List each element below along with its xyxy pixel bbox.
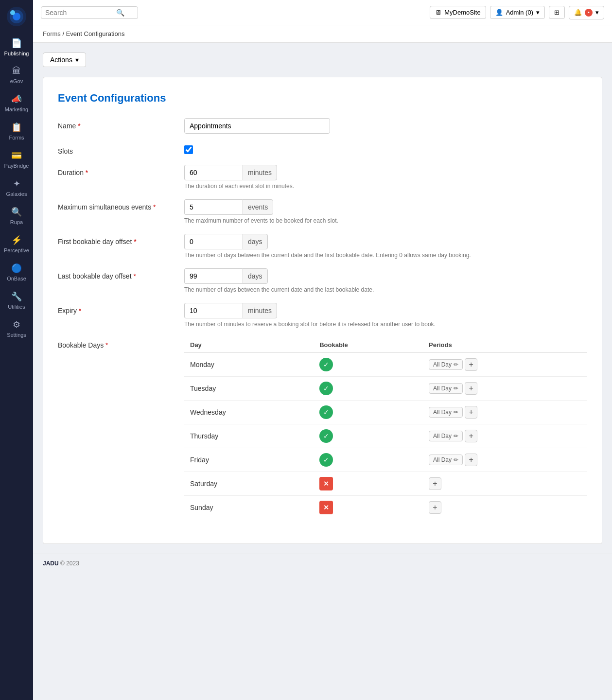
sidebar-item-onbase[interactable]: 🔵 OnBase (0, 258, 33, 286)
slots-row: Slots (58, 143, 587, 155)
first-offset-help: The number of days between the current d… (184, 252, 587, 259)
bookable-cell: ✕ (314, 472, 423, 496)
event-config-card: Event Configurations Name * Slots (43, 77, 602, 544)
bookable-cell: ✓ (314, 377, 423, 401)
sidebar-item-settings[interactable]: ⚙ Settings (0, 315, 33, 343)
grid-button[interactable]: ⊞ (549, 6, 565, 19)
sidebar-item-perceptive[interactable]: ⚡ Perceptive (0, 230, 33, 258)
name-label: Name * (58, 118, 184, 130)
bookable-x-icon[interactable]: ✕ (319, 477, 333, 490)
slots-label: Slots (58, 143, 184, 155)
period-tag: All Day ✏ (429, 407, 463, 418)
sidebar-item-marketing[interactable]: 📣 Marketing (0, 89, 33, 117)
bookable-check-icon[interactable]: ✓ (319, 405, 333, 419)
bookable-cell: ✓ (314, 401, 423, 424)
notifications-button[interactable]: 🔔 • ▾ (569, 6, 604, 19)
day-cell: Wednesday (184, 401, 314, 424)
table-row: Sunday✕ + (184, 496, 587, 520)
bookable-days-wrap: Day Bookable Periods Monday✓ All Day ✏ +… (184, 337, 587, 519)
first-offset-control: days The number of days between the curr… (184, 234, 587, 259)
last-offset-input[interactable] (184, 268, 243, 284)
max-events-control: events The maximum number of events to b… (184, 199, 587, 224)
site-icon: 🖥 (435, 9, 441, 16)
bookable-check-icon[interactable]: ✓ (319, 453, 333, 467)
search-input[interactable] (45, 9, 113, 17)
max-events-help: The maximum number of events to be booke… (184, 217, 587, 224)
duration-input[interactable] (184, 165, 243, 180)
periods-cell: + (423, 472, 587, 496)
table-row: Wednesday✓ All Day ✏ + (184, 401, 587, 424)
content-area: Actions ▾ Event Configurations Name * Sl… (33, 43, 612, 554)
col-bookable: Bookable (314, 337, 423, 353)
period-tag: All Day ✏ (429, 383, 463, 394)
last-offset-help: The number of days between the current d… (184, 286, 587, 293)
sidebar-item-forms[interactable]: 📋 Forms (0, 117, 33, 145)
svg-point-3 (10, 10, 15, 15)
col-periods: Periods (423, 337, 587, 353)
max-events-input[interactable] (184, 199, 243, 215)
first-offset-label: First bookable day offset * (58, 234, 184, 245)
bookable-x-icon[interactable]: ✕ (319, 501, 333, 514)
first-offset-row: First bookable day offset * days The num… (58, 234, 587, 259)
edit-period-icon[interactable]: ✏ (454, 409, 458, 416)
edit-period-icon[interactable]: ✏ (454, 385, 458, 392)
add-period-button[interactable]: + (429, 477, 441, 490)
max-events-unit: events (243, 199, 273, 215)
add-period-button[interactable]: + (465, 358, 477, 371)
grid-icon: ⊞ (554, 9, 560, 16)
first-offset-input[interactable] (184, 234, 243, 249)
sidebar: 📄 Publishing 🏛 eGov 📣 Marketing 📋 Forms … (0, 0, 33, 700)
slots-control (184, 143, 587, 154)
sidebar-item-publishing[interactable]: 📄 Publishing (0, 33, 33, 61)
actions-chevron-icon: ▾ (75, 56, 79, 64)
add-period-button[interactable]: + (465, 382, 477, 395)
periods-cell: All Day ✏ + (423, 353, 587, 377)
bookable-check-icon[interactable]: ✓ (319, 382, 333, 395)
edit-period-icon[interactable]: ✏ (454, 433, 458, 439)
expiry-input[interactable] (184, 303, 243, 318)
name-input[interactable] (184, 118, 330, 134)
expiry-control: minutes The number of minutes to reserve… (184, 303, 587, 328)
bookable-cell: ✓ (314, 353, 423, 377)
slots-checkbox[interactable] (184, 145, 193, 154)
site-button[interactable]: 🖥 MyDemoSite (430, 6, 486, 19)
search-box[interactable]: 🔍 (41, 6, 138, 19)
admin-button[interactable]: 👤 Admin (0) ▾ (490, 6, 545, 19)
sidebar-item-galaxies[interactable]: ✦ Galaxies (0, 174, 33, 202)
actions-button[interactable]: Actions ▾ (43, 52, 86, 67)
add-period-button[interactable]: + (465, 430, 477, 442)
sidebar-item-paybridge[interactable]: 💳 PayBridge (0, 145, 33, 174)
page-title: Event Configurations (58, 92, 587, 105)
duration-control: minutes The duration of each event slot … (184, 165, 587, 190)
edit-period-icon[interactable]: ✏ (454, 456, 458, 463)
marketing-icon: 📣 (11, 94, 22, 105)
utilities-icon: 🔧 (11, 291, 22, 302)
bookable-days-label: Bookable Days * (58, 337, 184, 349)
breadcrumb-parent[interactable]: Forms (43, 30, 61, 37)
expiry-unit: minutes (243, 303, 277, 318)
period-tag: All Day ✏ (429, 455, 463, 465)
periods-cell: All Day ✏ + (423, 377, 587, 401)
footer-brand: JADU (43, 560, 59, 567)
add-period-button[interactable]: + (465, 454, 477, 466)
bookable-check-icon[interactable]: ✓ (319, 358, 333, 371)
edit-period-icon[interactable]: ✏ (454, 361, 458, 368)
admin-icon: 👤 (495, 9, 503, 16)
expiry-label: Expiry * (58, 303, 184, 315)
expiry-help: The number of minutes to reserve a booki… (184, 321, 587, 328)
settings-icon: ⚙ (13, 319, 20, 330)
table-row: Saturday✕ + (184, 472, 587, 496)
sidebar-item-utilities[interactable]: 🔧 Utilities (0, 286, 33, 315)
duration-label: Duration * (58, 165, 184, 176)
footer-year: © 2023 (60, 560, 79, 567)
last-offset-control: days The number of days between the curr… (184, 268, 587, 293)
sidebar-item-egov[interactable]: 🏛 eGov (0, 61, 33, 89)
add-period-button[interactable]: + (465, 406, 477, 419)
duration-help: The duration of each event slot in minut… (184, 183, 587, 190)
chevron-down-icon: ▾ (536, 9, 540, 16)
table-row: Friday✓ All Day ✏ + (184, 448, 587, 472)
last-offset-label: Last bookable day offset * (58, 268, 184, 280)
sidebar-item-rupa[interactable]: 🔍 Rupa (0, 202, 33, 230)
add-period-button[interactable]: + (429, 501, 441, 514)
bookable-check-icon[interactable]: ✓ (319, 429, 333, 443)
